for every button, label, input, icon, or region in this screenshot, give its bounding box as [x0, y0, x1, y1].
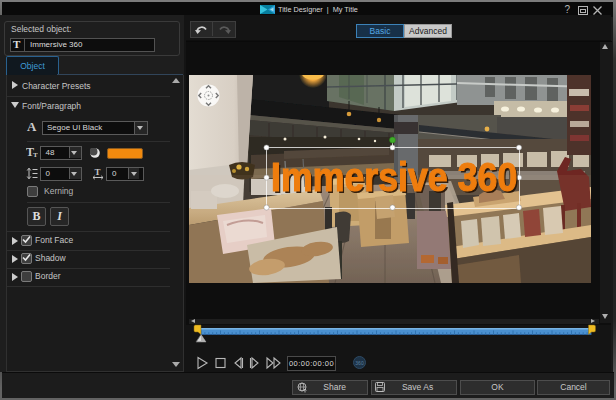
- svg-text:T: T: [95, 168, 101, 177]
- svg-text:360: 360: [355, 360, 364, 366]
- svg-text:T: T: [33, 151, 38, 158]
